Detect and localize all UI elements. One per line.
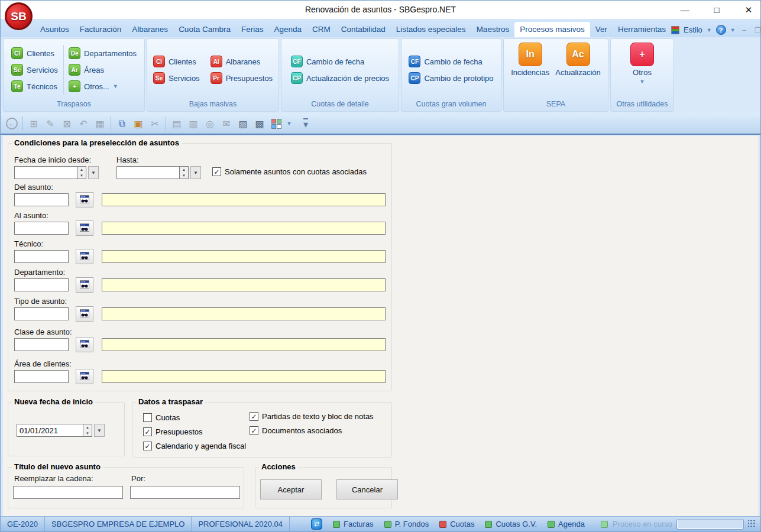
tab-procesos-masivos[interactable]: Procesos masivos bbox=[514, 22, 590, 37]
paste-icon[interactable]: ▣ bbox=[131, 116, 146, 131]
sepa-incidencias-button[interactable]: In Incidencias bbox=[509, 41, 552, 78]
report-icon[interactable]: ▨ bbox=[235, 116, 251, 131]
status-link-facturas[interactable]: Facturas bbox=[333, 520, 374, 528]
tab-asuntos[interactable]: Asuntos bbox=[35, 22, 75, 37]
fecha-desde-input[interactable] bbox=[14, 166, 77, 179]
help-icon[interactable]: ? bbox=[716, 25, 726, 35]
resize-grip[interactable] bbox=[748, 520, 756, 528]
delete-icon[interactable]: ⊠ bbox=[59, 116, 75, 131]
nueva-fecha-dropdown[interactable]: ▼ bbox=[94, 424, 105, 437]
del-asunto-input[interactable] bbox=[14, 193, 69, 206]
tab-contabilidad[interactable]: Contabilidad bbox=[336, 22, 391, 37]
hasta-input[interactable] bbox=[116, 166, 179, 179]
traspasos-departamentos-button[interactable]: DeDepartamentos bbox=[67, 46, 138, 60]
tab-herramientas[interactable]: Herramientas bbox=[613, 22, 671, 37]
area-clientes-lookup-button[interactable] bbox=[76, 369, 93, 384]
save-icon[interactable]: ▦ bbox=[92, 116, 108, 131]
layout-caret-icon[interactable]: ▼ bbox=[285, 116, 293, 131]
bajas-albaranes-button[interactable]: AlAlbaranes bbox=[209, 54, 275, 69]
nueva-fecha-input[interactable] bbox=[17, 424, 83, 437]
documentos-checkbox[interactable]: ✓ Documentos asociados bbox=[250, 426, 342, 435]
tab-ver[interactable]: Ver bbox=[590, 22, 613, 37]
edit-icon[interactable]: ✎ bbox=[43, 116, 58, 131]
overflow-icon[interactable]: ▾ bbox=[298, 116, 313, 131]
print-icon[interactable]: ▤ bbox=[169, 116, 184, 131]
tab-ferias[interactable]: Ferias bbox=[236, 22, 269, 37]
partidas-texto-checkbox[interactable]: ✓ Partidas de texto y bloc de notas bbox=[250, 412, 374, 421]
cancelar-button[interactable]: Cancelar bbox=[336, 479, 398, 499]
tab-listados-especiales[interactable]: Listados especiales bbox=[391, 22, 471, 37]
remote-support-icon[interactable]: ⇄ bbox=[311, 518, 322, 530]
tecnico-input[interactable] bbox=[14, 250, 69, 263]
por-input[interactable] bbox=[130, 486, 240, 499]
undo-icon[interactable]: ↶ bbox=[76, 116, 91, 131]
clase-asunto-input[interactable] bbox=[14, 338, 69, 351]
actualizacion-precios-button[interactable]: CPActualización de precios bbox=[289, 71, 391, 85]
tab-maestros[interactable]: Maestros bbox=[471, 22, 515, 37]
reemplazar-input[interactable] bbox=[13, 486, 123, 499]
traspasos-tecnicos-button[interactable]: TeTécnicos bbox=[9, 79, 60, 93]
traspasos-otros-button[interactable]: +Otros...▼ bbox=[67, 79, 138, 93]
print-setup-icon[interactable]: ▥ bbox=[186, 116, 201, 131]
tab-agenda[interactable]: Agenda bbox=[268, 22, 307, 37]
cut-icon[interactable]: ✂ bbox=[147, 116, 163, 131]
cambio-fecha-button[interactable]: CFCambio de fecha bbox=[289, 54, 391, 69]
bajas-clientes-button[interactable]: ClClientes bbox=[151, 54, 202, 69]
send-icon[interactable]: ✉ bbox=[219, 116, 234, 131]
tecnico-lookup-button[interactable] bbox=[76, 249, 93, 264]
status-company-name: SBGESPRO EMPRESA DE EJEMPLO bbox=[45, 517, 192, 531]
mdi-minimize-button[interactable]: – bbox=[740, 26, 749, 34]
traspasos-areas-button[interactable]: ArÁreas bbox=[67, 63, 138, 77]
minimize-button[interactable]: — bbox=[676, 5, 693, 15]
tab-cuota-cambra[interactable]: Cuota Cambra bbox=[173, 22, 236, 37]
tipo-asunto-input[interactable] bbox=[14, 307, 69, 320]
nueva-fecha-spinner[interactable]: ▲▼ bbox=[83, 424, 92, 437]
traspasos-servicios-button[interactable]: SeServicios bbox=[9, 63, 60, 77]
tipo-asunto-lookup-button[interactable] bbox=[76, 306, 93, 322]
departamento-lookup-button[interactable] bbox=[76, 277, 93, 293]
hasta-spinner[interactable]: ▲▼ bbox=[179, 166, 189, 179]
presupuestos-checkbox[interactable]: ✓ Presupuestos bbox=[143, 427, 203, 436]
preview-icon[interactable]: ◎ bbox=[202, 116, 218, 131]
mdi-restore-button[interactable]: ❐ bbox=[753, 26, 761, 34]
otros-utilidades-button[interactable]: + Otros ▼ bbox=[628, 41, 656, 86]
bajas-presupuestos-button[interactable]: PrPresupuestos bbox=[209, 71, 275, 85]
traspasos-clientes-button[interactable]: ClClientes bbox=[9, 46, 60, 60]
tab-albaranes[interactable]: Albaranes bbox=[127, 22, 173, 37]
back-icon[interactable]: ← bbox=[4, 116, 20, 131]
new-icon[interactable]: ⊞ bbox=[26, 116, 41, 131]
gv-cambio-fecha-button[interactable]: CFCambio de fecha bbox=[407, 54, 495, 69]
status-link-cuotas[interactable]: Cuotas bbox=[439, 520, 474, 528]
sepa-actualizacion-button[interactable]: Ac Actualización bbox=[553, 41, 603, 78]
del-asunto-lookup-button[interactable] bbox=[76, 192, 93, 207]
ribbon-group-bajas-masivas: ClClientes SeServicios AlAlbaranes PrPre… bbox=[147, 38, 279, 112]
bajas-servicios-button[interactable]: SeServicios bbox=[151, 71, 202, 85]
fecha-desde-spinner[interactable]: ▲▼ bbox=[77, 166, 86, 179]
solo-cuotas-checkbox[interactable]: ✓ Solamente asuntos con cuotas asociadas bbox=[212, 167, 367, 176]
gv-cambio-prototipo-button[interactable]: CPCambio de prototipo bbox=[407, 71, 495, 85]
style-menu[interactable]: Estilo bbox=[684, 25, 702, 34]
copy-icon[interactable]: ⧉ bbox=[114, 116, 129, 131]
grid-icon[interactable]: ▩ bbox=[252, 116, 267, 131]
fecha-desde-dropdown[interactable]: ▼ bbox=[88, 166, 99, 179]
close-button[interactable]: ✕ bbox=[740, 5, 757, 15]
cuotas-checkbox[interactable]: Cuotas bbox=[143, 413, 180, 422]
status-link-p-fondos[interactable]: P. Fondos bbox=[384, 520, 429, 528]
area-clientes-input[interactable] bbox=[14, 370, 69, 383]
style-caret-icon[interactable]: ▼ bbox=[707, 27, 712, 33]
clase-asunto-lookup-button[interactable] bbox=[76, 337, 93, 352]
maximize-button[interactable]: □ bbox=[708, 5, 725, 15]
tab-facturacion[interactable]: Facturación bbox=[75, 22, 127, 37]
al-asunto-lookup-button[interactable] bbox=[76, 220, 93, 236]
status-link-cuotas-gv[interactable]: Cuotas G.V. bbox=[485, 520, 537, 528]
calendario-checkbox[interactable]: ✓ Calendario y agenda fiscal bbox=[143, 442, 246, 450]
hasta-dropdown[interactable]: ▼ bbox=[190, 166, 201, 179]
help-caret-icon[interactable]: ▼ bbox=[730, 27, 736, 33]
departamento-input[interactable] bbox=[14, 278, 69, 291]
al-asunto-input[interactable] bbox=[14, 222, 69, 235]
tab-crm[interactable]: CRM bbox=[307, 22, 336, 37]
al-asunto-desc bbox=[102, 222, 386, 235]
status-link-agenda[interactable]: Agenda bbox=[548, 520, 585, 528]
aceptar-button[interactable]: Aceptar bbox=[260, 479, 322, 499]
layout-icon[interactable] bbox=[268, 116, 284, 131]
